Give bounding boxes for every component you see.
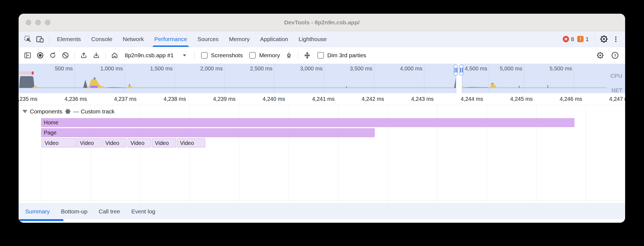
dim-3rd-parties-toggle[interactable]: Dim 3rd parties [317, 52, 366, 59]
ruler-tick-label: 4,247 ms [593, 93, 625, 105]
performance-toolbar: 8p2n9n.csb.app #1 Screenshots Memory [19, 47, 625, 64]
issue-count: 1 [585, 36, 589, 42]
dim-3rd-parties-checkbox[interactable] [317, 52, 324, 59]
help-icon[interactable]: ? [609, 49, 621, 62]
track-bar-video[interactable]: Video [152, 138, 176, 147]
timeline-ruler: 4,235 ms4,236 ms4,237 ms4,238 ms4,239 ms… [19, 93, 625, 105]
target-selector[interactable]: 8p2n9n.csb.app #1 [125, 52, 174, 59]
minimize-window-button[interactable] [35, 20, 41, 25]
clear-button[interactable] [59, 49, 72, 62]
error-count: 8 [571, 36, 574, 42]
settings-gear-icon[interactable] [598, 33, 610, 45]
home-icon[interactable] [108, 49, 121, 62]
track-bar-video[interactable]: Video [127, 138, 151, 147]
ruler-tick-label: 4,244 ms [445, 93, 483, 105]
overview-tick-label: 5,500 ms [534, 65, 572, 72]
ruler-tick-label: 4,237 ms [98, 93, 137, 105]
record-button[interactable] [34, 49, 47, 62]
reload-record-button[interactable] [47, 49, 59, 62]
tab-strip: ElementsConsoleNetworkPerformanceSources… [52, 31, 332, 47]
range-handle-right[interactable] [459, 64, 463, 76]
track-bar-video[interactable]: Video [177, 138, 205, 147]
divider [105, 51, 106, 59]
upload-profile-icon[interactable] [77, 49, 90, 62]
window-bottom-strip [19, 219, 625, 223]
range-handle-left[interactable] [454, 64, 458, 76]
tab-memory[interactable]: Memory [224, 31, 255, 47]
divider [595, 35, 595, 43]
chevron-down-icon[interactable] [182, 54, 187, 57]
toggle-sidebar-icon[interactable] [21, 49, 34, 62]
svg-text:?: ? [614, 53, 616, 58]
ruler-tick-label: 4,239 ms [197, 93, 236, 105]
overview-tick-label: 5,000 ms [484, 65, 522, 72]
title-bar: DevTools - 8p2n9n.csb.app/ [19, 14, 625, 31]
components-track-header[interactable]: Components — Custom track [22, 108, 115, 115]
track-bar-video[interactable]: Video [102, 138, 126, 147]
overview-tick-label: 500 ms [34, 65, 73, 72]
flame-chart-area[interactable]: Components — Custom track HomePageVideoV… [19, 105, 625, 203]
tab-sources[interactable]: Sources [192, 31, 224, 47]
memory-checkbox[interactable] [249, 52, 256, 59]
track-bar-video[interactable]: Video [77, 138, 101, 147]
ruler-tick-label: 4,238 ms [148, 93, 186, 105]
collapse-triangle-icon[interactable] [22, 110, 27, 113]
react-atom-icon [65, 108, 71, 115]
collect-garbage-icon[interactable] [283, 49, 295, 62]
screenshots-checkbox[interactable] [201, 52, 208, 59]
summary-tab-underline [19, 219, 63, 221]
overview-tick-label: 2,000 ms [184, 65, 223, 72]
tab-elements[interactable]: Elements [52, 31, 86, 47]
bottom-tab-bottom-up[interactable]: Bottom-up [61, 208, 88, 215]
download-profile-icon[interactable] [90, 49, 103, 62]
divider [49, 35, 49, 43]
cpu-lane-label: CPU [610, 73, 622, 79]
device-toolbar-button[interactable] [34, 33, 46, 45]
window-title: DevTools - 8p2n9n.csb.app/ [284, 19, 359, 26]
ruler-tick-label: 4,243 ms [395, 93, 434, 105]
bottom-tab-call-tree[interactable]: Call tree [99, 208, 120, 215]
bottom-tab-bar: SummaryBottom-upCall treeEvent log [19, 203, 625, 219]
track-bar-home[interactable]: Home [41, 118, 575, 127]
bottom-tab-summary[interactable]: Summary [25, 208, 50, 215]
devtools-tab-bar: ElementsConsoleNetworkPerformanceSources… [19, 31, 625, 47]
bottom-tab-event-log[interactable]: Event log [131, 208, 155, 215]
divider [74, 51, 75, 59]
screenshots-toggle[interactable]: Screenshots [201, 52, 243, 59]
memory-toggle[interactable]: Memory [249, 52, 280, 59]
overview-tick-label: 3,000 ms [284, 65, 323, 72]
ruler-tick-label: 4,241 ms [296, 93, 335, 105]
tab-performance[interactable]: Performance [149, 31, 192, 47]
ruler-tick-label: 4,235 ms [19, 93, 37, 105]
track-bar-page[interactable]: Page [41, 128, 375, 137]
traffic-lights [26, 14, 50, 31]
track-title: Components [30, 108, 62, 115]
error-badge-icon[interactable] [563, 36, 569, 42]
ruler-tick-label: 4,245 ms [494, 93, 533, 105]
tab-console[interactable]: Console [86, 31, 118, 47]
collapse-sections-icon[interactable] [301, 49, 314, 62]
ruler-tick-label: 4,246 ms [544, 93, 582, 105]
capture-settings-gear-icon[interactable] [594, 49, 607, 62]
zoom-window-button[interactable] [45, 20, 50, 25]
net-lane-label: NET [611, 87, 622, 93]
close-window-button[interactable] [26, 20, 31, 25]
screenshots-label: Screenshots [211, 52, 243, 59]
ruler-tick-label: 4,240 ms [247, 93, 285, 105]
track-suffix: — Custom track [73, 108, 115, 115]
timeline-overview[interactable]: 500 ms1,000 ms1,500 ms2,000 ms2,500 ms3,… [19, 64, 625, 93]
kebab-menu-icon[interactable] [610, 33, 622, 45]
network-lane [19, 88, 625, 93]
divider [298, 51, 298, 59]
issue-badge-icon[interactable]: ! [577, 36, 584, 42]
tab-network[interactable]: Network [118, 31, 149, 47]
inspect-element-button[interactable] [22, 33, 34, 45]
track-bar-video[interactable]: Video [42, 138, 76, 147]
dim-3rd-parties-label: Dim 3rd parties [327, 52, 366, 59]
tab-lighthouse[interactable]: Lighthouse [293, 31, 332, 47]
tab-application[interactable]: Application [255, 31, 294, 47]
toolbar-right: ? [594, 49, 621, 62]
ruler-tick-label: 4,236 ms [49, 93, 87, 105]
devtools-window: DevTools - 8p2n9n.csb.app/ ElementsConso… [19, 14, 625, 223]
ruler-tick-label: 4,242 ms [346, 93, 384, 105]
